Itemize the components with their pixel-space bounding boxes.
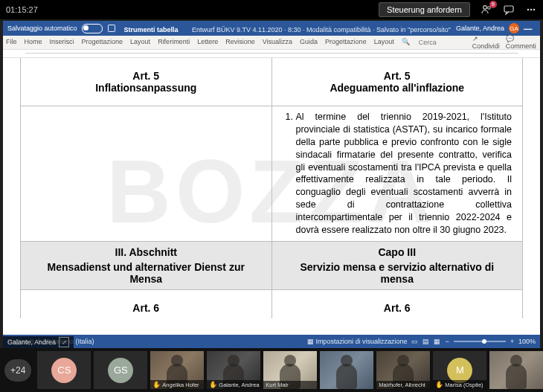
section-heading: III. Abschnitt — [31, 246, 261, 258]
participant-tile[interactable]: ✋Galante, Andrea — [207, 351, 260, 389]
save-icon[interactable] — [107, 22, 119, 34]
word-document-area[interactable]: BOZZA Art. 5 Inflationsanpassung Art. 5 … — [3, 58, 540, 335]
ribbon-tab[interactable]: Progettazione — [82, 38, 123, 47]
svg-rect-6 — [108, 25, 115, 32]
section-title: Servizio mensa e servizio alternativo di… — [283, 261, 513, 285]
window-min-icon[interactable]: ─ — [524, 22, 536, 34]
participant-tile[interactable]: M ✋Marisa (Ospite) — [433, 351, 486, 389]
ribbon-tab[interactable]: Progettazione — [325, 38, 367, 47]
view-mode-icon[interactable]: ▦ — [434, 338, 440, 345]
share-button[interactable]: ↗ Condividi — [472, 35, 500, 50]
more-icon[interactable] — [525, 4, 537, 16]
cell-subheading: Adeguamento all'inflazione — [283, 82, 513, 101]
word-ruler[interactable] — [3, 50, 540, 58]
presenter-label: Galante, Andrea ⤢ — [3, 336, 74, 348]
word-titlebar: Salvataggio automatico Strumenti tabella… — [3, 21, 540, 36]
participant-tile[interactable]: GS — [94, 351, 147, 389]
teams-meeting-bar: 01:15:27 Steuerung anfordern 9 — [0, 0, 543, 19]
raised-hand-icon: ✋ — [435, 381, 443, 388]
cell-heading: Art. 5 — [283, 62, 513, 82]
meeting-timer: 01:15:27 — [6, 5, 38, 14]
ribbon-tab[interactable]: Visualizza — [263, 38, 292, 47]
participant-tile[interactable]: ✋Angelika Hofer — [150, 351, 204, 389]
participant-count-badge: 9 — [489, 1, 497, 8]
raised-hand-icon: ✋ — [209, 381, 217, 388]
participant-tile[interactable]: CS — [37, 351, 91, 389]
cell-body-right: Al termine del triennio 2019-2021, l'Ist… — [272, 106, 523, 242]
section-title: Mensadienst und alternativer Dienst zur … — [31, 261, 261, 285]
word-ribbon: File Home Inserisci Progettazione Layout… — [3, 36, 540, 50]
word-doc-subtitle: Entwurf BÜKV 9.TV 4.11.2020 · 8:30 · Mod… — [192, 26, 451, 33]
request-control-button[interactable]: Steuerung anfordern — [379, 2, 470, 17]
shared-word-window: Salvataggio automatico Strumenti tabella… — [3, 21, 540, 348]
overflow-participants-button[interactable]: +24 — [4, 359, 31, 382]
ribbon-tab[interactable]: Layout — [130, 38, 150, 47]
zoom-slider[interactable] — [454, 341, 506, 342]
participant-avatar: M — [447, 358, 472, 383]
ribbon-tab[interactable]: Home — [25, 38, 42, 47]
cell-heading: Art. 6 — [31, 295, 261, 314]
comments-button[interactable]: 💬 Commenti — [506, 35, 537, 50]
ribbon-tab[interactable]: Revisione — [225, 38, 255, 47]
autosave-label: Salvataggio automatico — [7, 25, 77, 32]
word-user-avatar[interactable]: GA — [509, 23, 519, 33]
zoom-level[interactable]: 100% — [518, 338, 536, 345]
ribbon-tab[interactable]: Riferimenti — [158, 38, 190, 47]
presenter-expand-icon[interactable]: ⤢ — [59, 337, 69, 347]
svg-point-3 — [527, 9, 530, 11]
status-view-settings[interactable]: ▦ Impostazioni di visualizzazione — [307, 338, 408, 345]
svg-point-4 — [530, 9, 533, 11]
word-user-name: Galante, Andrea — [456, 25, 504, 32]
participant-tile[interactable]: Kurt Mair — [263, 351, 317, 389]
word-status-bar: Pagina 8 di 30 Italiano (Italia) ▦ Impos… — [3, 335, 540, 348]
word-doc-title: Strumenti tabella — [123, 26, 178, 33]
participant-avatar: GS — [108, 358, 133, 383]
zoom-in-icon[interactable]: + — [510, 338, 514, 345]
svg-rect-2 — [504, 6, 513, 12]
cell-heading: Art. 6 — [283, 295, 513, 314]
svg-point-0 — [483, 6, 487, 10]
ribbon-tab[interactable]: Inserisci — [50, 38, 74, 47]
people-icon[interactable]: 9 — [481, 4, 492, 16]
chat-icon[interactable] — [503, 4, 515, 16]
zoom-out-icon[interactable]: − — [445, 338, 449, 345]
ribbon-tab[interactable]: Layout — [374, 38, 394, 47]
participant-tile[interactable] — [489, 351, 543, 389]
participant-avatar: CS — [51, 358, 77, 383]
document-table: Art. 5 Inflationsanpassung Art. 5 Adegua… — [20, 58, 523, 318]
view-mode-icon[interactable]: ▭ — [411, 338, 418, 345]
autosave-toggle[interactable] — [82, 24, 103, 33]
view-mode-icon[interactable]: ▤ — [422, 338, 429, 345]
ribbon-search-input[interactable] — [417, 38, 465, 47]
ribbon-tab[interactable]: Lettere — [197, 38, 218, 47]
participant-tile[interactable]: Mairhofer, Albrecht — [376, 351, 430, 389]
cell-body-left — [21, 106, 272, 242]
participant-tile[interactable] — [320, 351, 373, 389]
cell-heading: Art. 5 — [31, 62, 261, 82]
participant-strip: +24 CS GS ✋Angelika Hofer ✋Galante, Andr… — [0, 348, 543, 392]
svg-point-5 — [533, 9, 536, 11]
cell-subheading: Inflationsanpassung — [31, 82, 261, 101]
ribbon-tab[interactable]: Guida — [300, 38, 318, 47]
ribbon-tab[interactable]: File — [6, 38, 17, 47]
raised-hand-icon: ✋ — [152, 381, 161, 388]
section-heading: Capo III — [283, 246, 513, 258]
